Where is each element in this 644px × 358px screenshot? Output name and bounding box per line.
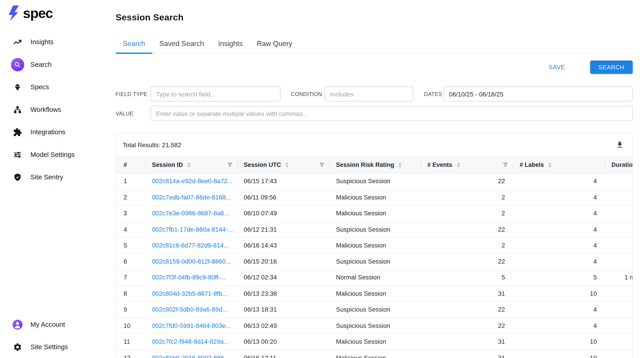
app-root: spec Insights Sea: [0, 0, 644, 358]
brand-name: spec: [23, 5, 52, 21]
filter-row-1: FIELD TYPE CONDITION DATES: [116, 86, 633, 101]
filter-icon[interactable]: [502, 162, 508, 168]
row-number: 3: [116, 205, 146, 221]
events-count: 22: [422, 318, 513, 333]
sort-icon[interactable]: [547, 162, 553, 168]
condition-input[interactable]: [324, 86, 413, 101]
session-id-link[interactable]: 002c802f-5db0-89a6-89d...: [146, 302, 238, 317]
events-count: 22: [422, 173, 513, 189]
dates-input[interactable]: [444, 86, 633, 101]
account-icon: [11, 318, 24, 331]
sidebar-item-site-sentry[interactable]: Site Sentry: [0, 166, 116, 188]
results-card-header: Total Results: 21,582: [116, 133, 632, 156]
events-count: 22: [422, 302, 513, 317]
tab-bar: Search Saved Search Insights Raw Query: [116, 34, 633, 54]
brand-logo[interactable]: spec: [8, 5, 52, 22]
column-label: Session UTC: [244, 161, 281, 168]
duration: [605, 350, 633, 358]
session-id-link[interactable]: 002c814a-e92d-8ee0-8a72...: [146, 173, 238, 189]
field-type-label: FIELD TYPE: [116, 91, 151, 97]
duration: [605, 189, 633, 205]
events-count: 22: [422, 253, 513, 269]
save-button[interactable]: SAVE: [549, 64, 565, 70]
column-header-duration[interactable]: Duration: [605, 157, 633, 173]
sort-icon[interactable]: [284, 162, 290, 168]
duration: [605, 205, 633, 221]
table-row: 6 002c8159-0d00-812f-8860... 06/15 20:16…: [116, 253, 633, 270]
sidebar-item-label: Site Sentry: [30, 173, 63, 181]
column-header-session-utc[interactable]: Session UTC: [238, 157, 330, 173]
sliders-icon: [11, 148, 24, 161]
sidebar: spec Insights Sea: [0, 0, 116, 358]
table-row: 8 002c804d-32b5-8871-8fb... 06/13 23:38 …: [116, 286, 633, 302]
labels-count: 10: [513, 350, 605, 358]
session-id-link[interactable]: 002c7fd0-5991-8464-803e...: [146, 318, 238, 333]
session-id-link[interactable]: 002c7fc2-f848-8d14-829a...: [146, 334, 238, 350]
duration: [605, 221, 633, 237]
search-button[interactable]: SEARCH: [590, 60, 633, 74]
session-id-link[interactable]: 002c7f3f-04fb-89c9-80ff-...: [146, 270, 238, 285]
session-id-link[interactable]: 002c81b9-2016-8002-886...: [146, 350, 238, 358]
row-number: 2: [116, 189, 146, 205]
tab-saved-search[interactable]: Saved Search: [152, 34, 211, 53]
session-id-link[interactable]: 002c8159-0d00-812f-8860...: [146, 253, 238, 269]
session-risk-rating: Malicious Session: [330, 189, 422, 205]
sidebar-nav: Insights Search: [0, 31, 116, 188]
sidebar-item-label: Search: [30, 61, 52, 68]
value-input[interactable]: [151, 106, 633, 121]
filter-icon[interactable]: [227, 162, 233, 168]
session-risk-rating: Malicious Session: [330, 350, 422, 358]
sort-icon[interactable]: [398, 162, 403, 168]
labels-count: 4: [513, 237, 605, 253]
sidebar-item-workflows[interactable]: Workflows: [0, 98, 116, 121]
tab-raw-query[interactable]: Raw Query: [250, 34, 299, 53]
sidebar-item-search[interactable]: Search: [0, 53, 116, 76]
sort-icon[interactable]: [186, 162, 192, 168]
session-utc: 06/16 12:11: [238, 350, 330, 358]
session-id-link[interactable]: 002c7e3e-0986-8687-8a6...: [146, 205, 238, 221]
labels-count: 4: [513, 173, 605, 189]
row-number: 9: [116, 302, 146, 317]
column-header-labels[interactable]: # Labels: [513, 157, 605, 173]
download-icon: [616, 141, 624, 149]
row-number: 12: [116, 350, 146, 358]
session-id-link[interactable]: 002c804d-32b5-8871-8fb...: [146, 286, 238, 301]
session-id-link[interactable]: 002c81c8-6d77-82d9-814...: [146, 237, 238, 253]
sidebar-item-site-settings[interactable]: Site Settings: [0, 336, 116, 358]
row-number: 8: [116, 286, 146, 301]
labels-count: 10: [513, 286, 605, 301]
duration: [605, 302, 633, 317]
events-count: 2: [422, 205, 513, 221]
tab-search[interactable]: Search: [116, 34, 152, 53]
session-id-link[interactable]: 002c7fb1-17de-860a-8144-...: [146, 221, 238, 237]
column-label: # Labels: [520, 161, 544, 168]
column-header-index[interactable]: #: [116, 157, 146, 173]
sidebar-item-integrations[interactable]: Integrations: [0, 121, 116, 143]
duration: [605, 286, 633, 301]
tab-insights[interactable]: Insights: [211, 34, 250, 53]
sidebar-item-insights[interactable]: Insights: [0, 31, 116, 53]
brand-logo-icon: [8, 5, 21, 22]
sidebar-item-specs[interactable]: Specs: [0, 76, 116, 98]
column-header-risk-rating[interactable]: Session Risk Rating: [330, 157, 422, 173]
labels-count: 4: [513, 318, 605, 333]
sidebar-item-label: Specs: [30, 83, 49, 91]
field-type-input[interactable]: [151, 86, 280, 101]
session-id-link[interactable]: 002c7edb-fa07-86de-8168...: [146, 189, 238, 205]
sort-icon[interactable]: [456, 162, 461, 168]
labels-count: 4: [513, 302, 605, 317]
column-header-events[interactable]: # Events: [422, 157, 513, 173]
labels-count: 4: [513, 189, 605, 205]
table-row: 11 002c7fc2-f848-8d14-829a... 06/13 00:2…: [116, 334, 633, 350]
page-title: Session Search: [116, 12, 633, 23]
filter-icon[interactable]: [319, 162, 325, 168]
sidebar-item-my-account[interactable]: My Account: [0, 313, 116, 336]
column-label: #: [124, 161, 127, 168]
filter-row-2: VALUE: [116, 106, 633, 121]
puzzle-icon: [11, 126, 24, 139]
sidebar-item-model-settings[interactable]: Model Settings: [0, 144, 116, 166]
session-risk-rating: Suspicious Session: [330, 318, 422, 333]
download-button[interactable]: [614, 139, 626, 151]
column-header-session-id[interactable]: Session ID: [146, 157, 238, 173]
diamond-icon: [11, 81, 24, 94]
